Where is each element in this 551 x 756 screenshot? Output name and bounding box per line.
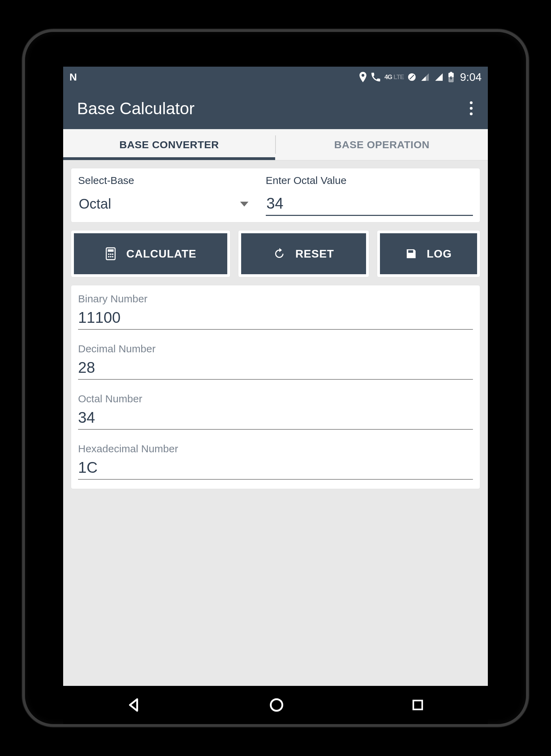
- base-select-value: Octal: [79, 196, 111, 212]
- reset-button[interactable]: RESET: [241, 233, 366, 274]
- base-select[interactable]: Octal: [78, 195, 252, 213]
- calculator-icon: [105, 247, 117, 261]
- value-input[interactable]: [266, 195, 473, 216]
- log-button-wrap: LOG: [377, 230, 480, 277]
- back-icon[interactable]: [126, 696, 143, 714]
- hex-value: 1C: [78, 458, 473, 480]
- decimal-result: Decimal Number 28: [78, 343, 473, 380]
- status-left: N: [69, 71, 76, 83]
- enter-value-label: Enter Octal Value: [266, 175, 473, 186]
- button-row: CALCULATE RESET LOG: [71, 230, 480, 277]
- content-area: Select-Base Octal Enter Octal Value CALC…: [63, 160, 488, 686]
- svg-rect-3: [108, 249, 114, 252]
- tab-label: BASE OPERATION: [334, 139, 430, 151]
- battery-charging-icon: [448, 72, 455, 82]
- decimal-value: 28: [78, 358, 473, 380]
- chevron-down-icon: [240, 202, 248, 207]
- status-right: 4GLTE 9:04: [359, 71, 482, 84]
- status-bar: N 4GLTE 9:04: [63, 67, 488, 87]
- app-bar: Base Calculator: [63, 87, 488, 129]
- location-icon: [359, 72, 367, 82]
- binary-label: Binary Number: [78, 293, 473, 305]
- recent-apps-icon[interactable]: [410, 697, 425, 713]
- calculate-label: CALCULATE: [126, 247, 196, 260]
- svg-point-10: [271, 699, 282, 711]
- octal-label: Octal Number: [78, 393, 473, 405]
- svg-point-6: [112, 253, 113, 255]
- no-sim-icon: [407, 73, 416, 82]
- svg-rect-11: [413, 700, 422, 709]
- enter-value-group: Enter Octal Value: [266, 175, 473, 216]
- svg-point-8: [110, 256, 111, 257]
- binary-value: 11100: [78, 308, 473, 330]
- tab-base-operation[interactable]: BASE OPERATION: [276, 129, 488, 160]
- svg-point-5: [110, 253, 111, 255]
- svg-point-4: [108, 253, 109, 255]
- overflow-menu-icon[interactable]: [466, 98, 476, 119]
- app-title: Base Calculator: [77, 99, 195, 118]
- reset-label: RESET: [295, 247, 334, 260]
- svg-point-9: [112, 256, 113, 257]
- reset-button-wrap: RESET: [238, 230, 369, 277]
- calculate-button[interactable]: CALCULATE: [74, 233, 227, 274]
- log-label: LOG: [427, 247, 452, 260]
- svg-point-7: [108, 256, 109, 257]
- tab-base-converter[interactable]: BASE CONVERTER: [63, 129, 275, 160]
- input-card: Select-Base Octal Enter Octal Value: [71, 168, 480, 222]
- home-icon[interactable]: [268, 696, 285, 714]
- clock: 9:04: [460, 71, 482, 84]
- calculate-button-wrap: CALCULATE: [71, 230, 230, 277]
- octal-result: Octal Number 34: [78, 393, 473, 430]
- signal-icon: [420, 73, 430, 82]
- hex-label: Hexadecimal Number: [78, 443, 473, 455]
- screen: N 4GLTE 9:04 Base Calculator BASE: [63, 67, 488, 686]
- save-icon: [405, 248, 417, 260]
- tablet-frame: N 4GLTE 9:04 Base Calculator BASE: [22, 29, 529, 727]
- system-nav-bar: [63, 686, 488, 724]
- hex-result: Hexadecimal Number 1C: [78, 443, 473, 480]
- refresh-icon: [273, 247, 286, 260]
- network-4g-label: 4GLTE: [384, 74, 404, 81]
- wifi-call-icon: [371, 72, 381, 82]
- octal-value: 34: [78, 408, 473, 430]
- tab-bar: BASE CONVERTER BASE OPERATION: [63, 129, 488, 160]
- android-n-icon: N: [69, 71, 76, 83]
- log-button[interactable]: LOG: [380, 233, 477, 274]
- select-base-label: Select-Base: [78, 175, 252, 186]
- select-base-group: Select-Base Octal: [78, 175, 252, 216]
- decimal-label: Decimal Number: [78, 343, 473, 355]
- signal-icon-2: [434, 73, 444, 82]
- results-card: Binary Number 11100 Decimal Number 28 Oc…: [71, 285, 480, 489]
- tab-label: BASE CONVERTER: [119, 139, 219, 151]
- binary-result: Binary Number 11100: [78, 293, 473, 330]
